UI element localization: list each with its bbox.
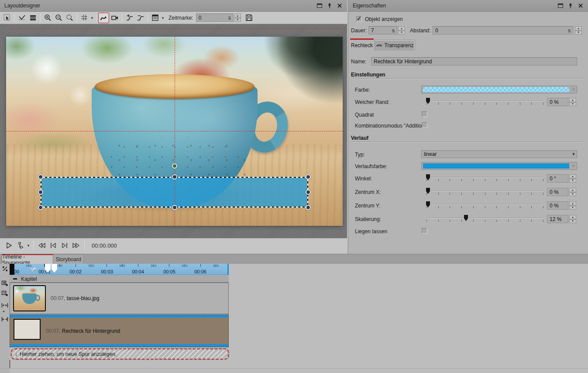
slider-ticks xyxy=(426,193,543,195)
resize-handle-bottom-left[interactable] xyxy=(38,205,43,210)
zoom-fit-icon[interactable] xyxy=(64,13,75,23)
weicher-rand-stepper[interactable] xyxy=(569,98,576,106)
resize-handle-middle-left[interactable] xyxy=(38,190,43,195)
weicher-rand-slider[interactable] xyxy=(426,98,543,107)
zoom-out-icon[interactable] xyxy=(53,13,64,23)
name-input[interactable]: Rechteck für Hintergrund xyxy=(371,57,577,66)
zentrum-y-stepper[interactable] xyxy=(569,201,576,210)
zeitmarke-stepper[interactable] xyxy=(234,14,241,22)
tab-transparenz[interactable]: Transparenz xyxy=(375,40,415,51)
kapitel-track-header[interactable]: Kapitel xyxy=(10,276,229,283)
zoom-in-icon[interactable] xyxy=(42,13,53,23)
zoom-timeline-caret[interactable] xyxy=(3,309,5,313)
clip-name: tasse-blau.jpg xyxy=(67,295,100,301)
layers-tool-button[interactable] xyxy=(28,13,38,23)
resize-handle-top-right[interactable] xyxy=(306,174,311,180)
playhead[interactable] xyxy=(10,264,14,275)
play-options-caret[interactable] xyxy=(26,241,31,250)
zentrum-y-label: Zentrum Y: xyxy=(355,203,380,209)
zoom-timeline-fit-icon[interactable] xyxy=(1,301,9,309)
slider-ticks xyxy=(426,103,543,105)
zentrum-x-label: Zentrum X: xyxy=(355,189,381,195)
abstand-stepper[interactable] xyxy=(575,26,582,35)
slider-track xyxy=(426,218,543,218)
winkel-stepper[interactable] xyxy=(569,174,576,183)
close-icon[interactable] xyxy=(578,3,584,9)
chevron-down-icon xyxy=(571,152,577,156)
kombinationsmodus-checkbox[interactable] xyxy=(422,122,427,128)
winkel-value-box[interactable]: 0 ° xyxy=(547,174,568,183)
remove-curve-point-button[interactable] xyxy=(135,13,146,23)
tab-storyboard[interactable]: Storyboard xyxy=(53,254,84,264)
save-button[interactable] xyxy=(244,13,254,23)
tab-rechteck[interactable]: Rechteck xyxy=(350,40,374,51)
skalierung-value-box[interactable]: 12 % xyxy=(547,215,568,223)
resize-handle-bottom-center[interactable] xyxy=(172,205,177,210)
scale-mode-toggle-icon[interactable] xyxy=(1,265,9,273)
zoom-timeline-expand-icon[interactable] xyxy=(1,315,9,323)
liegen-lassen-checkbox[interactable] xyxy=(422,228,427,234)
window-buttons xyxy=(557,3,584,9)
track-row-rechteck-selected[interactable]: 00:07, Rechteck für Hintergrund xyxy=(10,314,229,347)
play-from-timemark-button[interactable] xyxy=(15,240,26,251)
new-track-dropzone[interactable]: Hierher ziehen, um neue Spur anzulegen. xyxy=(11,349,229,359)
view-options-dropdown-caret[interactable] xyxy=(161,13,165,23)
pin-icon[interactable] xyxy=(327,3,333,9)
motion-path-tool-button[interactable] xyxy=(98,13,109,23)
zeitmarke-input[interactable]: 0 s xyxy=(196,14,234,22)
tab-timeline-spuransicht[interactable]: Timeline - Spuransicht xyxy=(2,254,53,264)
farbe-color-picker[interactable] xyxy=(421,86,577,93)
fast-forward-button[interactable] xyxy=(70,240,82,251)
track-row-tasse-blau[interactable]: 00:07, tasse-blau.jpg xyxy=(10,283,229,314)
dauer-input[interactable]: 7 s xyxy=(368,26,397,35)
app-root: Layoutdesigner xyxy=(0,0,588,373)
zentrum-y-slider[interactable] xyxy=(426,201,543,210)
selected-rectangle-object[interactable] xyxy=(41,177,308,207)
range-marker-flag[interactable] xyxy=(52,264,57,273)
grid-icon[interactable] xyxy=(79,13,90,23)
add-curve-point-button[interactable] xyxy=(124,13,135,23)
collapse-icon[interactable] xyxy=(13,278,17,280)
skalierung-slider[interactable] xyxy=(426,215,543,224)
zentrum-x-value-box[interactable]: 0 % xyxy=(547,188,568,196)
winkel-slider[interactable] xyxy=(426,174,543,183)
resize-handle-bottom-right[interactable] xyxy=(306,205,311,210)
skip-to-end-button[interactable] xyxy=(59,240,70,251)
skip-to-start-button[interactable] xyxy=(48,240,59,251)
ruler-label: 00:05 xyxy=(163,269,175,274)
rotate-handle[interactable] xyxy=(172,163,177,169)
float-window-icon[interactable] xyxy=(316,3,323,9)
zentrum-y-value-box[interactable]: 0 % xyxy=(547,201,568,210)
show-object-checkbox[interactable] xyxy=(356,16,362,22)
curve-select-tool-button[interactable] xyxy=(17,13,28,23)
resize-handle-top-left[interactable] xyxy=(38,174,43,180)
play-button[interactable] xyxy=(3,240,15,251)
select-tool-button[interactable] xyxy=(2,13,13,23)
pin-icon[interactable] xyxy=(567,3,574,9)
camera-tool-button[interactable] xyxy=(109,13,120,23)
quadrat-checkbox[interactable] xyxy=(422,111,427,117)
remove-track-icon[interactable] xyxy=(1,290,9,297)
add-track-icon[interactable] xyxy=(1,280,9,287)
float-window-icon[interactable] xyxy=(557,3,564,9)
abstand-label: Abstand: xyxy=(410,28,430,34)
name-value: Rechteck für Hintergrund xyxy=(374,59,432,65)
timeline-ruler[interactable]: 00:00 00:01 00:02 00:03 00:04 00:05 00:0… xyxy=(10,264,229,275)
zentrum-x-stepper[interactable] xyxy=(569,188,576,196)
verlaufsfarbe-color-picker[interactable] xyxy=(421,162,577,170)
typ-select[interactable]: linear xyxy=(421,150,577,158)
weicher-rand-value-box[interactable]: 0 % xyxy=(547,98,568,106)
timeline-tool-strip xyxy=(0,264,10,373)
resize-handle-middle-right[interactable] xyxy=(306,190,311,195)
abstand-input[interactable]: 0 s xyxy=(433,26,573,35)
rewind-button[interactable] xyxy=(36,240,48,251)
close-icon[interactable] xyxy=(337,3,343,9)
timeline-section: Timeline - Spuransicht Storyboard xyxy=(0,254,588,373)
view-options-button[interactable] xyxy=(150,13,161,23)
skalierung-stepper[interactable] xyxy=(569,215,576,223)
dauer-stepper[interactable] xyxy=(398,26,405,35)
grid-dropdown-caret[interactable] xyxy=(90,13,94,23)
zentrum-x-slider[interactable] xyxy=(426,188,543,197)
resize-handle-top-center[interactable] xyxy=(172,174,177,180)
preview-canvas[interactable] xyxy=(6,37,343,226)
